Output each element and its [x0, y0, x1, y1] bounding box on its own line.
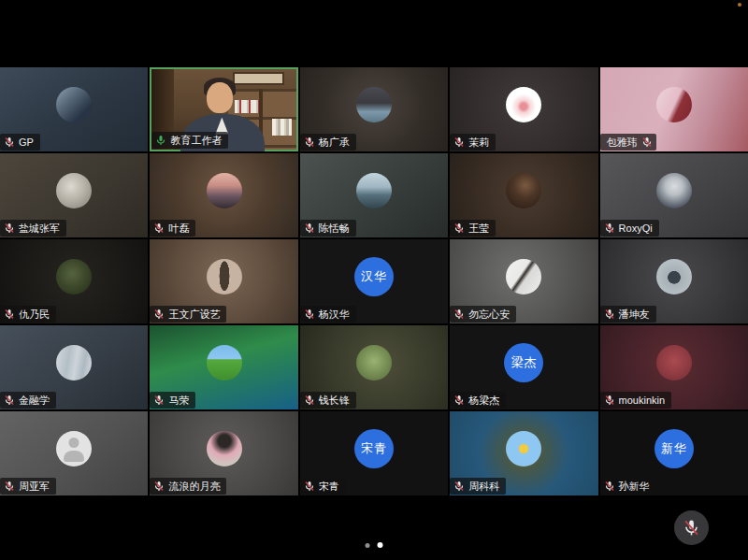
participant-tile[interactable]: 叶磊: [150, 153, 297, 237]
avatar: 新华: [654, 429, 694, 468]
avatar: [207, 345, 242, 381]
name-label: 王莹: [450, 220, 496, 237]
participant-tile[interactable]: 钱长锋: [300, 325, 448, 409]
participant-tile[interactable]: 勿忘心安: [450, 239, 597, 323]
avatar: 宋青: [354, 429, 394, 468]
name-label: 教育工作者: [151, 132, 228, 149]
name-label: 周亚军: [0, 478, 56, 495]
participant-name: 王文广设艺: [168, 309, 220, 320]
avatar: [656, 173, 692, 208]
mic-toggle-button[interactable]: [674, 510, 709, 545]
name-label: 陈恬畅: [300, 220, 356, 237]
avatar: [207, 259, 242, 294]
participant-name: 盐城张军: [19, 223, 60, 234]
participant-tile[interactable]: 教育工作者: [150, 67, 297, 151]
avatar-initials: 汉华: [361, 270, 387, 282]
name-label: 流浪的月亮: [150, 478, 226, 495]
name-label: 金融学: [0, 392, 56, 409]
microphone-muted-icon: [683, 519, 700, 537]
mic-status-icon: [604, 223, 615, 234]
participant-tile[interactable]: moukinkin: [600, 325, 748, 409]
participant-tile[interactable]: 流浪的月亮: [150, 411, 297, 495]
mic-status-icon: [153, 481, 165, 492]
name-label: 周科科: [450, 478, 506, 495]
avatar: [356, 345, 392, 381]
avatar: [356, 87, 392, 122]
participant-name: 孙新华: [619, 481, 650, 492]
participant-name: 流浪的月亮: [168, 481, 220, 492]
participant-name: 周亚军: [19, 481, 50, 492]
participant-tile[interactable]: 新华 孙新华: [600, 411, 748, 495]
mic-status-icon: [604, 481, 615, 492]
participant-tile[interactable]: 汉华 杨汉华: [300, 239, 448, 323]
mic-status-icon: [453, 481, 465, 492]
participant-name: 杨广承: [319, 136, 350, 148]
participant-name: RoxyQi: [619, 223, 653, 234]
participant-tile[interactable]: 陈恬畅: [300, 153, 448, 237]
mic-status-icon: [153, 309, 165, 320]
participant-name: 宋青: [319, 481, 339, 492]
mic-status-icon: [641, 136, 653, 148]
name-label: 孙新华: [600, 478, 656, 495]
mic-status-icon: [153, 395, 165, 406]
participant-tile[interactable]: 潘坤友: [600, 239, 748, 323]
participant-tile[interactable]: 盐城张军: [0, 153, 148, 237]
avatar: [656, 259, 692, 294]
avatar: [56, 431, 92, 467]
avatar: 梁杰: [504, 343, 543, 382]
participant-tile[interactable]: 包雅玮: [600, 67, 748, 151]
avatar: [56, 87, 92, 122]
participant-tile[interactable]: 梁杰 杨梁杰: [450, 325, 597, 409]
name-label: 叶磊: [150, 220, 195, 237]
participant-name: 教育工作者: [170, 135, 222, 146]
picture-frame: [233, 72, 285, 85]
mic-status-icon: [453, 395, 465, 406]
mic-status-icon: [4, 481, 15, 492]
participant-name: 仇乃民: [19, 309, 50, 320]
participant-name: 周科科: [468, 481, 499, 492]
avatar-initials: 宋青: [361, 442, 387, 454]
name-label: 盐城张军: [0, 220, 66, 237]
participant-tile[interactable]: 周科科: [450, 411, 597, 495]
avatar: [656, 345, 692, 381]
participant-name: 钱长锋: [319, 395, 350, 406]
participant-name: 茉莉: [468, 136, 489, 148]
name-label: 茉莉: [450, 134, 496, 151]
mic-status-icon: [304, 309, 315, 320]
avatar: [506, 173, 541, 208]
avatar: [207, 173, 242, 208]
participant-tile[interactable]: 王文广设艺: [150, 239, 297, 323]
participant-tile[interactable]: 金融学: [0, 325, 148, 409]
mic-status-icon: [4, 136, 15, 148]
name-label: GP: [0, 134, 40, 151]
mic-status-icon: [604, 395, 615, 406]
mic-status-icon: [153, 223, 165, 234]
participant-tile[interactable]: 茉莉: [450, 67, 597, 151]
participant-tile[interactable]: 杨广承: [300, 67, 448, 151]
participant-tile[interactable]: 仇乃民: [0, 239, 148, 323]
name-label: 包雅玮: [600, 134, 656, 151]
mic-status-icon: [155, 135, 166, 146]
participant-grid: GP 教育工作者: [0, 67, 748, 495]
mic-status-icon: [304, 136, 315, 148]
page-dot-2[interactable]: [378, 542, 383, 548]
name-label: 潘坤友: [600, 306, 656, 323]
avatar-initials: 新华: [661, 442, 687, 454]
books: [272, 119, 293, 135]
avatar: [506, 259, 541, 294]
avatar: [56, 173, 92, 208]
participant-tile[interactable]: 王莹: [450, 153, 597, 237]
page-dot-1[interactable]: [366, 543, 370, 548]
participant-tile[interactable]: RoxyQi: [600, 153, 748, 237]
mic-status-icon: [453, 309, 465, 320]
participant-tile[interactable]: 马荣: [150, 325, 297, 409]
mic-status-icon: [604, 309, 615, 320]
participant-tile[interactable]: 宋青 宋青: [300, 411, 448, 495]
participant-name: 杨梁杰: [468, 395, 499, 406]
participant-tile[interactable]: GP: [0, 67, 148, 151]
mic-status-icon: [4, 309, 15, 320]
participant-name: 勿忘心安: [468, 309, 510, 320]
name-label: 杨梁杰: [450, 392, 506, 409]
participant-tile[interactable]: 周亚军: [0, 411, 148, 495]
recording-status-dot: [738, 3, 741, 7]
